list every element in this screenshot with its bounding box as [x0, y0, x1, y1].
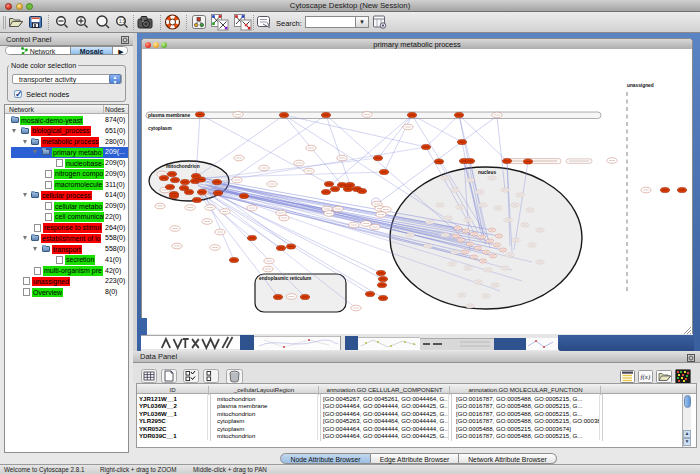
- svg-text:nucleus: nucleus: [478, 170, 496, 175]
- svg-text:f(x): f(x): [641, 373, 651, 381]
- svg-text:cytoplasm: cytoplasm: [148, 126, 172, 131]
- svg-text:1:1: 1:1: [119, 19, 126, 24]
- svg-text:plasma membrane: plasma membrane: [148, 113, 190, 118]
- svg-text:unassigned: unassigned: [627, 83, 654, 88]
- svg-text:mitochondrion: mitochondrion: [166, 164, 200, 169]
